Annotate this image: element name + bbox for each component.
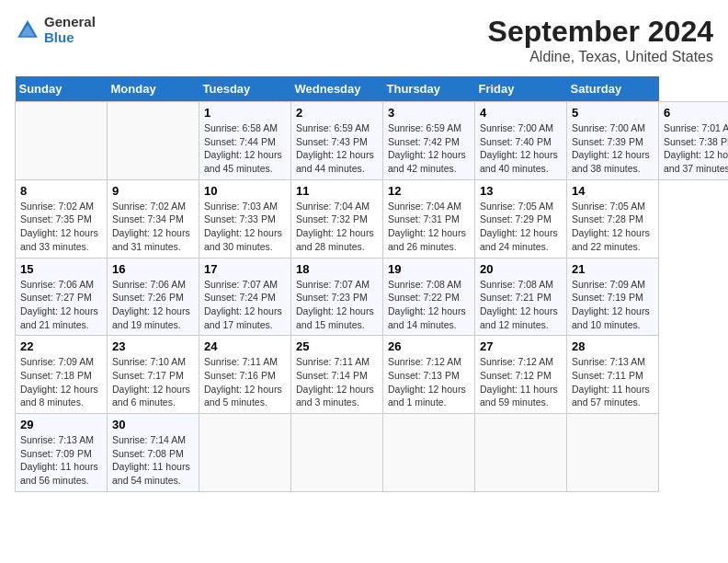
calendar-cell: 30 Sunrise: 7:14 AMSunset: 7:08 PMDaylig… [108, 414, 199, 492]
day-detail: Sunrise: 7:03 AMSunset: 7:33 PMDaylight:… [204, 201, 282, 252]
calendar-cell: 2 Sunrise: 6:59 AMSunset: 7:43 PMDayligh… [291, 102, 383, 180]
calendar-cell: 27 Sunrise: 7:12 AMSunset: 7:12 PMDaylig… [475, 336, 567, 414]
day-detail: Sunrise: 7:00 AMSunset: 7:39 PMDaylight:… [572, 122, 650, 174]
page-title: September 2024 [488, 15, 713, 49]
title-area: September 2024 Aldine, Texas, United Sta… [488, 15, 713, 65]
day-number: 4 [480, 106, 562, 120]
calendar-cell: 19 Sunrise: 7:08 AMSunset: 7:22 PMDaylig… [383, 258, 475, 336]
day-number: 8 [20, 184, 102, 198]
day-detail: Sunrise: 7:06 AMSunset: 7:26 PMDaylight:… [112, 279, 190, 330]
calendar-cell [199, 414, 291, 492]
page-subtitle: Aldine, Texas, United States [488, 49, 713, 65]
calendar-cell: 20 Sunrise: 7:08 AMSunset: 7:21 PMDaylig… [475, 258, 567, 336]
calendar-week-row: 1 Sunrise: 6:58 AMSunset: 7:44 PMDayligh… [16, 102, 729, 180]
calendar-cell: 1 Sunrise: 6:58 AMSunset: 7:44 PMDayligh… [199, 102, 291, 180]
calendar-cell [383, 414, 475, 492]
day-number: 16 [112, 262, 194, 276]
day-detail: Sunrise: 7:08 AMSunset: 7:22 PMDaylight:… [388, 279, 466, 330]
day-detail: Sunrise: 7:05 AMSunset: 7:29 PMDaylight:… [480, 201, 558, 252]
header-wednesday: Wednesday [291, 76, 383, 102]
calendar-cell [475, 414, 567, 492]
day-number: 3 [388, 106, 470, 120]
day-number: 20 [480, 262, 562, 276]
day-detail: Sunrise: 7:12 AMSunset: 7:12 PMDaylight:… [480, 356, 558, 408]
calendar-table: SundayMondayTuesdayWednesdayThursdayFrid… [15, 76, 728, 492]
calendar-cell: 4 Sunrise: 7:00 AMSunset: 7:40 PMDayligh… [475, 102, 567, 180]
day-detail: Sunrise: 7:11 AMSunset: 7:14 PMDaylight:… [296, 356, 374, 408]
calendar-week-row: 29 Sunrise: 7:13 AMSunset: 7:09 PMDaylig… [16, 414, 729, 492]
calendar-cell: 18 Sunrise: 7:07 AMSunset: 7:23 PMDaylig… [291, 258, 383, 336]
calendar-cell: 24 Sunrise: 7:11 AMSunset: 7:16 PMDaylig… [199, 336, 291, 414]
day-detail: Sunrise: 7:13 AMSunset: 7:09 PMDaylight:… [20, 434, 98, 486]
calendar-cell: 11 Sunrise: 7:04 AMSunset: 7:32 PMDaylig… [291, 179, 383, 258]
calendar-week-row: 22 Sunrise: 7:09 AMSunset: 7:18 PMDaylig… [16, 336, 729, 414]
day-number: 6 [664, 106, 728, 120]
calendar-cell: 9 Sunrise: 7:02 AMSunset: 7:34 PMDayligh… [108, 179, 199, 258]
day-detail: Sunrise: 7:13 AMSunset: 7:11 PMDaylight:… [572, 356, 650, 408]
day-number: 10 [204, 184, 286, 198]
day-number: 2 [296, 106, 378, 120]
calendar-cell: 10 Sunrise: 7:03 AMSunset: 7:33 PMDaylig… [199, 179, 291, 258]
day-detail: Sunrise: 7:10 AMSunset: 7:17 PMDaylight:… [112, 356, 190, 408]
day-detail: Sunrise: 7:04 AMSunset: 7:32 PMDaylight:… [296, 201, 374, 252]
header-sunday: Sunday [16, 76, 108, 102]
calendar-cell: 28 Sunrise: 7:13 AMSunset: 7:11 PMDaylig… [567, 336, 659, 414]
day-number: 17 [204, 262, 286, 276]
logo-text: General Blue [44, 15, 96, 45]
day-detail: Sunrise: 7:01 AMSunset: 7:38 PMDaylight:… [664, 122, 728, 174]
day-number: 13 [480, 184, 562, 198]
header-monday: Monday [108, 76, 199, 102]
day-detail: Sunrise: 6:59 AMSunset: 7:42 PMDaylight:… [388, 122, 466, 174]
day-number: 26 [388, 339, 470, 353]
day-detail: Sunrise: 7:00 AMSunset: 7:40 PMDaylight:… [480, 122, 558, 174]
day-detail: Sunrise: 7:05 AMSunset: 7:28 PMDaylight:… [572, 201, 650, 252]
calendar-cell: 21 Sunrise: 7:09 AMSunset: 7:19 PMDaylig… [567, 258, 659, 336]
calendar-cell: 13 Sunrise: 7:05 AMSunset: 7:29 PMDaylig… [475, 179, 567, 258]
calendar-cell [291, 414, 383, 492]
day-detail: Sunrise: 7:07 AMSunset: 7:23 PMDaylight:… [296, 279, 374, 330]
day-number: 29 [20, 418, 102, 431]
day-number: 28 [572, 339, 654, 353]
calendar-cell: 17 Sunrise: 7:07 AMSunset: 7:24 PMDaylig… [199, 258, 291, 336]
day-detail: Sunrise: 6:59 AMSunset: 7:43 PMDaylight:… [296, 122, 374, 174]
day-number: 23 [112, 339, 194, 353]
day-number: 30 [112, 418, 194, 431]
day-number: 22 [20, 339, 102, 353]
logo-blue: Blue [44, 30, 96, 46]
page-header: General Blue September 2024 Aldine, Texa… [15, 15, 713, 65]
day-detail: Sunrise: 7:02 AMSunset: 7:35 PMDaylight:… [20, 201, 98, 252]
day-detail: Sunrise: 7:11 AMSunset: 7:16 PMDaylight:… [204, 356, 282, 408]
calendar-cell [567, 414, 659, 492]
day-number: 21 [572, 262, 654, 276]
calendar-cell: 15 Sunrise: 7:06 AMSunset: 7:27 PMDaylig… [16, 258, 108, 336]
day-detail: Sunrise: 7:09 AMSunset: 7:18 PMDaylight:… [20, 356, 98, 408]
logo-icon [15, 17, 40, 43]
calendar-cell [16, 102, 108, 180]
calendar-week-row: 15 Sunrise: 7:06 AMSunset: 7:27 PMDaylig… [16, 258, 729, 336]
calendar-cell: 26 Sunrise: 7:12 AMSunset: 7:13 PMDaylig… [383, 336, 475, 414]
day-number: 27 [480, 339, 562, 353]
header-tuesday: Tuesday [199, 76, 291, 102]
header-friday: Friday [475, 76, 567, 102]
day-number: 14 [572, 184, 654, 198]
calendar-cell: 5 Sunrise: 7:00 AMSunset: 7:39 PMDayligh… [567, 102, 659, 180]
calendar-cell [108, 102, 199, 180]
calendar-cell: 12 Sunrise: 7:04 AMSunset: 7:31 PMDaylig… [383, 179, 475, 258]
calendar-cell: 23 Sunrise: 7:10 AMSunset: 7:17 PMDaylig… [108, 336, 199, 414]
day-detail: Sunrise: 7:09 AMSunset: 7:19 PMDaylight:… [572, 279, 650, 330]
day-detail: Sunrise: 7:04 AMSunset: 7:31 PMDaylight:… [388, 201, 466, 252]
day-number: 18 [296, 262, 378, 276]
calendar-cell: 6 Sunrise: 7:01 AMSunset: 7:38 PMDayligh… [659, 102, 729, 180]
day-number: 9 [112, 184, 194, 198]
calendar-cell: 25 Sunrise: 7:11 AMSunset: 7:14 PMDaylig… [291, 336, 383, 414]
header-saturday: Saturday [567, 76, 659, 102]
calendar-cell: 8 Sunrise: 7:02 AMSunset: 7:35 PMDayligh… [16, 179, 108, 258]
day-number: 24 [204, 339, 286, 353]
calendar-header-row: SundayMondayTuesdayWednesdayThursdayFrid… [16, 76, 729, 102]
logo: General Blue [15, 15, 96, 45]
day-number: 15 [20, 262, 102, 276]
day-number: 1 [204, 106, 286, 120]
day-detail: Sunrise: 7:14 AMSunset: 7:08 PMDaylight:… [112, 434, 190, 486]
day-number: 11 [296, 184, 378, 198]
logo-general: General [44, 15, 96, 30]
